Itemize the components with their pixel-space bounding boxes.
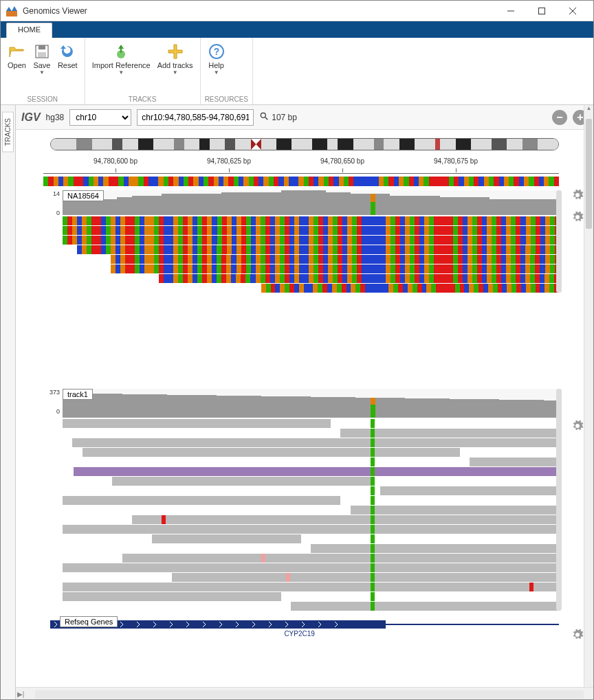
add-tracks-icon [167,43,184,60]
track-label[interactable]: NA18564 [63,190,104,201]
scroll-up-arrow-icon[interactable]: ▲ [584,105,593,115]
svg-rect-6 [38,45,45,49]
dropdown-arrow-icon: ▼ [118,69,124,76]
import-reference-button[interactable]: Import Reference ▼ [89,41,153,94]
reset-icon [59,43,76,60]
help-button[interactable]: ? Help ▼ [205,41,228,94]
coverage-plot [63,389,559,418]
track-resize-grip[interactable] [556,389,562,611]
alignment-track-track1[interactable]: 3730 track1 [23,389,586,611]
read-pileup [63,419,559,611]
help-icon: ? [208,43,225,60]
content-area: TRACKS IGV hg38 chr10 107 bp − + 94,780,… [1,105,593,700]
svg-point-11 [261,113,266,117]
dropdown-arrow-icon: ▼ [39,69,45,76]
zoom-out-button[interactable]: − [552,110,567,125]
track-area[interactable]: 94,780,600 bp94,780,625 bp94,780,650 bp9… [16,130,593,687]
alignment-track-na18564[interactable]: 140 NA18564 [23,190,586,293]
maximize-button[interactable] [526,1,557,21]
gene-track-label[interactable]: Refseq Genes [60,616,118,627]
title-bar: Genomics Viewer [1,1,593,21]
track-label[interactable]: track1 [63,389,93,400]
gene-track[interactable]: Refseq Genes CYP2C19 [50,618,559,638]
vertical-scrollbar[interactable]: ▲ ▼ [584,105,593,700]
bottom-status-bar: ▶| [16,687,593,700]
reset-button[interactable]: Reset [55,41,80,94]
dropdown-arrow-icon: ▼ [214,69,219,76]
igv-logo: IGV [21,111,41,124]
svg-rect-0 [6,11,17,16]
main-panel: IGV hg38 chr10 107 bp − + 94,780,600 bp9… [16,105,593,700]
gene-name-label: CYP2C19 [284,630,314,637]
search-icon [259,111,269,123]
side-panel-tab[interactable]: TRACKS [1,105,16,700]
track-resize-grip[interactable] [556,190,562,293]
chromosome-ideogram[interactable] [50,138,559,150]
svg-line-12 [265,117,268,120]
horizontal-scrollbar[interactable] [35,690,584,699]
genomic-ruler: 94,780,600 bp94,780,625 bp94,780,650 bp9… [43,157,559,174]
ribbon: Open Save ▼ Reset SESSION Import Referen… [1,38,593,105]
ribbon-group-session: Open Save ▼ Reset SESSION [1,38,85,104]
panel-forward-icon[interactable]: ▶| [16,690,25,698]
add-tracks-button[interactable]: Add tracks ▼ [155,41,196,94]
chromosome-select[interactable]: chr10 [69,109,131,126]
read-pileup [63,216,559,293]
locus-span: 107 bp [259,111,297,123]
folder-open-icon [8,43,25,60]
tab-home[interactable]: HOME [6,23,52,38]
reference-sequence-track [43,177,559,186]
track1-settings-button[interactable] [571,211,584,223]
igv-toolbar: IGV hg38 chr10 107 bp − + [16,105,593,130]
save-button[interactable]: Save ▼ [30,41,54,94]
svg-rect-7 [38,52,46,57]
gene-intron-line [386,624,559,625]
dropdown-arrow-icon: ▼ [173,69,178,76]
locus-input[interactable] [137,109,254,126]
ribbon-tabstrip: HOME [1,21,593,38]
svg-rect-2 [538,8,544,14]
open-button[interactable]: Open [5,41,29,94]
svg-text:?: ? [213,46,219,57]
scrollbar-thumb[interactable] [586,119,592,229]
genome-label: hg38 [46,113,65,122]
minimize-button[interactable] [495,1,526,21]
import-reference-icon [113,43,129,60]
save-icon [34,43,50,60]
gene-track-settings-button[interactable] [571,629,584,641]
track2-settings-button[interactable] [571,420,584,432]
ribbon-group-resources: ? Help ▼ RESOURCES [201,38,253,104]
coverage-plot [63,190,559,215]
ribbon-group-tracks: Import Reference ▼ Add tracks ▼ TRACKS [85,38,201,104]
window-title: Genomics Viewer [23,6,495,16]
app-logo-icon [6,5,17,16]
close-button[interactable] [557,1,588,21]
